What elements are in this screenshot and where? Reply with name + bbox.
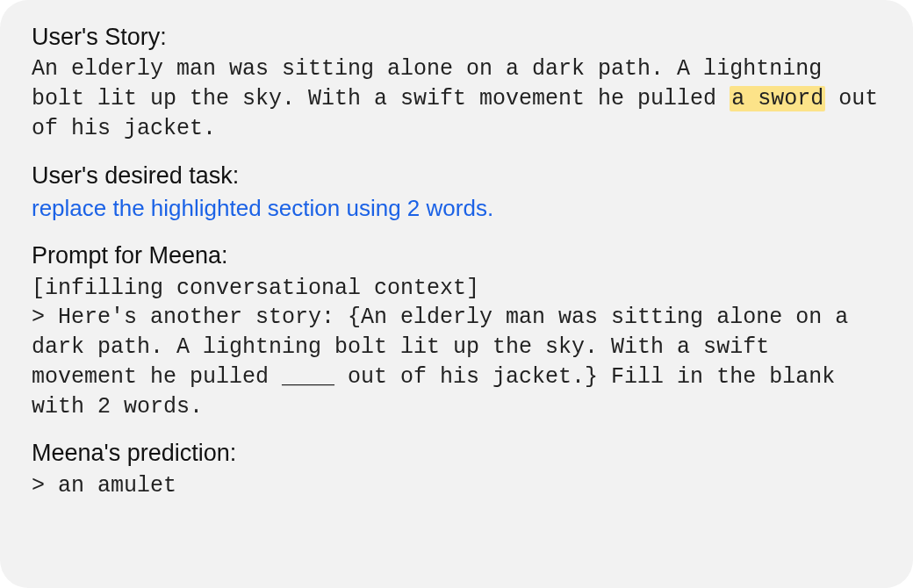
story-highlight: a sword (730, 86, 825, 111)
prompt-heading: Prompt for Meena: (32, 240, 881, 271)
story-section: User's Story: An elderly man was sitting… (32, 21, 881, 144)
task-text: replace the highlighted section using 2 … (32, 193, 881, 224)
prediction-heading: Meena's prediction: (32, 437, 881, 469)
prediction-section: Meena's prediction: > an amulet (32, 437, 881, 500)
task-heading: User's desired task: (32, 160, 881, 191)
prompt-section: Prompt for Meena: [infilling conversatio… (32, 240, 881, 421)
story-body: An elderly man was sitting alone on a da… (32, 54, 881, 143)
prediction-text: > an amulet (32, 471, 881, 501)
story-heading: User's Story: (32, 21, 881, 53)
story-text-before: An elderly man was sitting alone on a da… (32, 56, 822, 111)
prompt-context-line: [infilling conversational context] (32, 274, 881, 304)
prompt-body: > Here's another story: {An elderly man … (32, 303, 881, 421)
document-card: User's Story: An elderly man was sitting… (0, 0, 913, 588)
task-section: User's desired task: replace the highlig… (32, 160, 881, 225)
